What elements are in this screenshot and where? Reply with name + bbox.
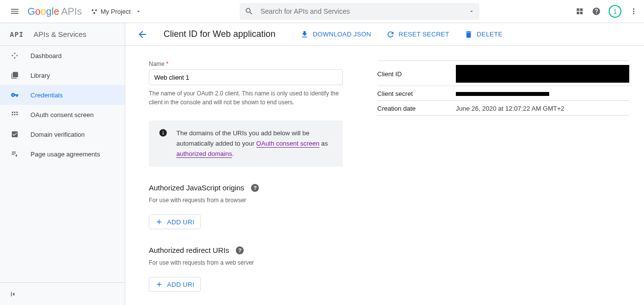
google-apis-logo[interactable]: GoogleAPIs — [28, 6, 82, 17]
plus-icon — [155, 280, 163, 288]
back-arrow-icon[interactable] — [137, 29, 148, 40]
client-id-label: Client ID — [377, 70, 456, 78]
client-secret-value-redacted — [456, 92, 549, 96]
creation-date-label: Creation date — [377, 105, 456, 112]
client-id-value-redacted — [456, 65, 629, 83]
name-label: Name * — [149, 61, 343, 67]
delete-button[interactable]: DELETE — [464, 30, 503, 39]
add-uri-label: ADD URI — [167, 281, 195, 288]
js-origins-title: Authorized JavaScript origins — [149, 183, 244, 192]
usage-icon — [10, 150, 20, 158]
sidebar-header[interactable]: API APIs & Services — [0, 23, 125, 46]
more-icon[interactable] — [629, 7, 638, 16]
project-picker[interactable]: My Project — [91, 8, 141, 15]
sidebar-item-oauth[interactable]: OAuth consent screen — [0, 105, 125, 124]
topbar: GoogleAPIs My Project 1 — [0, 0, 644, 23]
nav-label: Library — [30, 72, 50, 79]
help-icon[interactable]: ? — [251, 184, 259, 192]
info-text-2: as — [319, 140, 328, 147]
avatar-initial: 1 — [613, 8, 616, 15]
reset-icon — [386, 30, 395, 39]
sidebar: API APIs & Services Dashboard Library Cr… — [0, 23, 125, 305]
toolbar: Client ID for Web application DOWNLOAD J… — [125, 23, 644, 46]
svg-point-3 — [14, 53, 16, 54]
js-origins-desc: For use with requests from a browser — [149, 197, 343, 204]
avatar[interactable]: 1 — [609, 5, 621, 18]
client-id-row: Client ID — [377, 61, 629, 86]
svg-point-6 — [14, 57, 16, 59]
sidebar-item-dashboard[interactable]: Dashboard — [0, 46, 125, 65]
trash-icon — [464, 30, 473, 39]
client-secret-row: Client secret — [377, 86, 629, 101]
dropdown-icon — [136, 8, 141, 14]
main: Client ID for Web application DOWNLOAD J… — [125, 23, 644, 305]
sidebar-item-library[interactable]: Library — [0, 65, 125, 85]
svg-point-5 — [16, 55, 18, 57]
download-icon — [300, 30, 309, 39]
sidebar-title: APIs & Services — [33, 30, 86, 38]
project-dots-icon — [91, 8, 98, 15]
collapse-sidebar-button[interactable] — [0, 282, 125, 305]
dashboard-icon — [10, 52, 20, 60]
key-icon — [10, 91, 20, 99]
search-icon — [245, 7, 253, 16]
svg-point-4 — [12, 55, 13, 57]
sidebar-item-credentials[interactable]: Credentials — [0, 85, 125, 105]
search-dropdown-icon[interactable] — [469, 8, 475, 14]
library-icon — [10, 71, 20, 79]
help-icon[interactable]: ? — [236, 246, 244, 254]
client-secret-label: Client secret — [377, 90, 456, 97]
add-uri-redirect-button[interactable]: ADD URI — [149, 277, 201, 292]
download-label: DOWNLOAD JSON — [313, 30, 371, 38]
help-icon[interactable] — [592, 7, 601, 16]
sidebar-item-domain[interactable]: Domain verification — [0, 124, 125, 144]
page-title: Client ID for Web application — [164, 29, 276, 39]
nav-label: Domain verification — [30, 131, 85, 138]
authorized-domains-link[interactable]: authorized domains — [176, 150, 232, 158]
nav-label: Dashboard — [30, 52, 62, 60]
sidebar-item-usage[interactable]: Page usage agreements — [0, 144, 125, 164]
info-box: The domains of the URIs you add below wi… — [149, 121, 343, 167]
searchbar[interactable] — [240, 3, 479, 20]
oauth-consent-link[interactable]: OAuth consent screen — [256, 140, 320, 148]
gift-icon[interactable] — [575, 7, 584, 16]
search-input[interactable] — [260, 7, 469, 15]
menu-icon[interactable] — [6, 2, 24, 20]
info-text-3: . — [232, 150, 234, 157]
name-input[interactable] — [149, 69, 343, 85]
project-name: My Project — [101, 8, 131, 15]
logo-suffix: APIs — [61, 6, 82, 17]
add-uri-js-button[interactable]: ADD URI — [149, 214, 201, 229]
creation-date-value: June 26, 2020 at 12:07:22 AM GMT+2 — [456, 105, 629, 112]
redirect-desc: For use with requests from a web server — [149, 259, 343, 266]
name-helper: The name of your OAuth 2.0 client. This … — [149, 89, 343, 107]
domain-icon — [10, 130, 20, 138]
plus-icon — [155, 218, 163, 226]
info-icon — [159, 128, 168, 159]
topbar-right: 1 — [575, 5, 638, 18]
creation-date-row: Creation date June 26, 2020 at 12:07:22 … — [377, 101, 629, 116]
svg-point-0 — [92, 9, 94, 11]
add-uri-label: ADD URI — [167, 218, 195, 226]
redirect-title: Authorized redirect URIs — [149, 246, 229, 254]
svg-point-2 — [93, 12, 95, 14]
nav-label: OAuth consent screen — [30, 111, 94, 119]
nav-label: Page usage agreements — [30, 151, 100, 158]
reset-secret-button[interactable]: RESET SECRET — [386, 30, 449, 39]
nav-label: Credentials — [30, 92, 63, 99]
delete-label: DELETE — [477, 30, 503, 38]
consent-icon — [10, 111, 20, 119]
reset-label: RESET SECRET — [399, 30, 449, 38]
api-badge: API — [10, 30, 24, 38]
svg-point-1 — [95, 9, 97, 11]
download-json-button[interactable]: DOWNLOAD JSON — [300, 30, 371, 39]
